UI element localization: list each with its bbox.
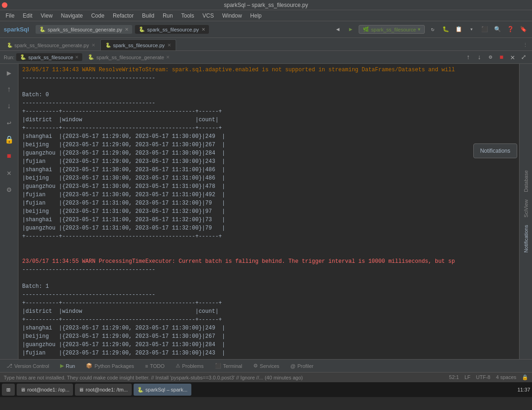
console-line-table-sep2: +----------+----------------------------… <box>18 316 519 324</box>
taskbar-label-2: root@node1: /tm... <box>86 387 128 392</box>
database-label[interactable]: Database <box>523 170 529 192</box>
sidebar-run-icon[interactable]: ▶ <box>2 66 17 81</box>
stop-button[interactable]: ⬛ <box>479 25 489 35</box>
run-close-icon[interactable]: ✕ <box>508 53 517 62</box>
menu-window[interactable]: Window <box>219 12 246 20</box>
title-bar: sparkSql – spark_ss_filesource.py <box>0 0 532 10</box>
sidebar-scroll-lock-icon[interactable]: 🔒 <box>2 132 17 147</box>
search-button[interactable]: 🔍 <box>492 25 502 35</box>
run-restart-icon[interactable]: ↑ <box>464 53 473 62</box>
close-button[interactable] <box>2 2 7 8</box>
sidebar-down-icon[interactable]: ↓ <box>2 99 17 114</box>
menu-edit[interactable]: Edit <box>19 12 36 20</box>
menu-code[interactable]: Code <box>87 12 108 20</box>
dropdown-button[interactable]: ▾ <box>466 25 477 35</box>
run-tab-main[interactable]: 🐍 spark_ss_filesource ✕ <box>16 53 82 61</box>
close-icon-3[interactable]: ✕ <box>92 43 95 48</box>
run-stop-icon[interactable]: ■ <box>497 53 506 62</box>
run-settings-icon[interactable]: ⚙ <box>486 53 495 62</box>
status-hint[interactable]: Type hints are not installed. They could… <box>4 375 446 380</box>
taskbar-btn-1[interactable]: 🖥 root@node1: /op... <box>17 384 73 396</box>
encoding[interactable]: UTF-8 <box>476 374 490 380</box>
console-line-batch0: Batch: 0 <box>18 91 519 99</box>
console-line-row5: |shanghai |{2023-05-17 11:30:00, 2023-05… <box>18 166 519 174</box>
close-icon[interactable]: ✕ <box>125 27 128 32</box>
bottom-tab-services[interactable]: ⚙ Services <box>251 362 282 370</box>
forward-button[interactable]: ▶ <box>346 25 356 35</box>
file-tab-generate[interactable]: 🐍 spark_ss_filesource_generate.py ✕ <box>2 39 100 50</box>
bottom-tab-packages[interactable]: 📦 Python Packages <box>83 362 137 370</box>
menu-refactor[interactable]: Refactor <box>109 12 137 20</box>
sciview-label[interactable]: SciView <box>523 199 529 217</box>
menu-view[interactable]: View <box>37 12 56 20</box>
bottom-tab-terminal[interactable]: ⬛ Terminal <box>212 362 245 370</box>
back-button[interactable]: ◀ <box>333 25 343 35</box>
bottom-tab-profiler[interactable]: @ Profiler <box>287 362 316 370</box>
run-dot-icon-2: 🐍 <box>88 54 94 60</box>
taskbar-btn-2[interactable]: 🖥 root@node1: /tm... <box>75 384 131 396</box>
menu-navigate[interactable]: Navigate <box>57 12 86 20</box>
taskbar-right: 11:37 <box>517 387 530 392</box>
more-tabs-button[interactable]: ⋮ <box>518 39 532 50</box>
menu-run[interactable]: Run <box>159 12 177 20</box>
bottom-panel: ⎇ Version Control ▶ Run 📦 Python Package… <box>0 359 532 372</box>
indent[interactable]: 4 spaces <box>496 374 516 380</box>
run-tab-generate-close[interactable]: ✕ <box>166 55 170 60</box>
sidebar-stop-icon[interactable]: ■ <box>2 149 17 164</box>
services-label: Services <box>260 363 279 369</box>
taskbar-label-3: sparkSql – spark... <box>146 387 188 392</box>
close-icon-2[interactable]: ✕ <box>202 27 205 32</box>
help-button[interactable]: ❓ <box>505 25 515 35</box>
toolbar-tab-generate[interactable]: 🐍 spark_ss_filesource_generate.py ✕ <box>36 25 132 34</box>
sidebar-wrap-icon[interactable]: ↩ <box>2 116 17 130</box>
run-button-2[interactable]: 📋 <box>453 25 464 35</box>
bookmark-button[interactable]: 🔖 <box>518 25 528 35</box>
taskbar-btn-3[interactable]: 🐍 sparkSql – spark... <box>134 384 191 396</box>
bottom-tab-run[interactable]: ▶ Run <box>57 362 78 370</box>
menu-help[interactable]: Help <box>246 12 265 20</box>
close-icon-4[interactable]: ✕ <box>167 43 171 48</box>
status-right: 52:1 LF UTF-8 4 spaces 🔒 <box>449 374 528 380</box>
sidebar-settings-icon[interactable]: ⚙ <box>2 182 17 197</box>
run-label: Run: <box>4 55 14 60</box>
services-icon: ⚙ <box>253 363 258 369</box>
cursor-position[interactable]: 52:1 <box>449 374 459 380</box>
console-line-b1-row4: |fujian |{2023-05-17 11:29:00, 2023-05-1… <box>18 349 519 357</box>
branch-dropdown[interactable]: 🌿 spark_ss_filesource ▾ <box>359 25 425 34</box>
console-line-empty2 <box>18 241 519 249</box>
menu-bar: File Edit View Navigate Code Refactor Bu… <box>0 10 532 21</box>
bottom-tab-vcs[interactable]: ⎇ Version Control <box>4 362 52 370</box>
bottom-tab-todo[interactable]: ≡ TODO <box>142 362 167 370</box>
console-line-row4: |fujian |{2023-05-17 11:29:00, 2023-05-1… <box>18 157 519 166</box>
console-line-row7: |guangzhou |{2023-05-17 11:30:00, 2023-0… <box>18 182 519 191</box>
run-label-bottom: Run <box>66 363 75 369</box>
sidebar-close-icon[interactable]: ✕ <box>2 166 17 180</box>
window-title: sparkSql – spark_ss_filesource.py <box>224 2 308 8</box>
line-ending[interactable]: LF <box>465 374 471 380</box>
toolbar-right: ◀ ▶ 🌿 spark_ss_filesource ▾ ↻ 🐛 📋 ▾ ⬛ 🔍 … <box>333 25 528 35</box>
console-line-empty3 <box>18 249 519 257</box>
sidebar-up-icon[interactable]: ↑ <box>2 82 17 97</box>
toolbar-tab-main[interactable]: 🐍 spark_ss_filesource.py ✕ <box>135 25 209 34</box>
py-icon-2: 🐍 <box>105 43 111 48</box>
bottom-tab-problems[interactable]: ⚠ Problems <box>173 362 206 370</box>
terminal-icon-1: 🖥 <box>20 387 25 392</box>
start-button[interactable]: ⊞ <box>2 384 15 396</box>
menu-vcs[interactable]: VCS <box>199 12 218 20</box>
file-dot-icon: 🐍 <box>39 26 46 32</box>
file-tab-main[interactable]: 🐍 spark_ss_filesource.py ✕ <box>100 39 176 50</box>
menu-build[interactable]: Build <box>138 12 158 20</box>
run-down-icon[interactable]: ↓ <box>475 53 484 62</box>
console-line-batch1: Batch: 1 <box>18 282 519 291</box>
update-button[interactable]: ↻ <box>428 25 438 35</box>
branch-chevron-icon: ▾ <box>418 26 421 32</box>
menu-file[interactable]: File <box>2 12 18 20</box>
notifications-label[interactable]: Notifications <box>523 225 529 253</box>
settings-button[interactable]: 🐛 <box>440 25 451 35</box>
run-expand-icon[interactable]: ⤢ <box>519 53 528 62</box>
run-tab-generate[interactable]: 🐍 spark_ss_filesource_generate ✕ <box>84 53 173 61</box>
menu-tools[interactable]: Tools <box>177 12 198 20</box>
console-line-sep1: ---------------------------------------- <box>18 74 519 82</box>
notifications-popup: Notifications <box>473 143 517 158</box>
run-tab-close[interactable]: ✕ <box>75 55 79 60</box>
